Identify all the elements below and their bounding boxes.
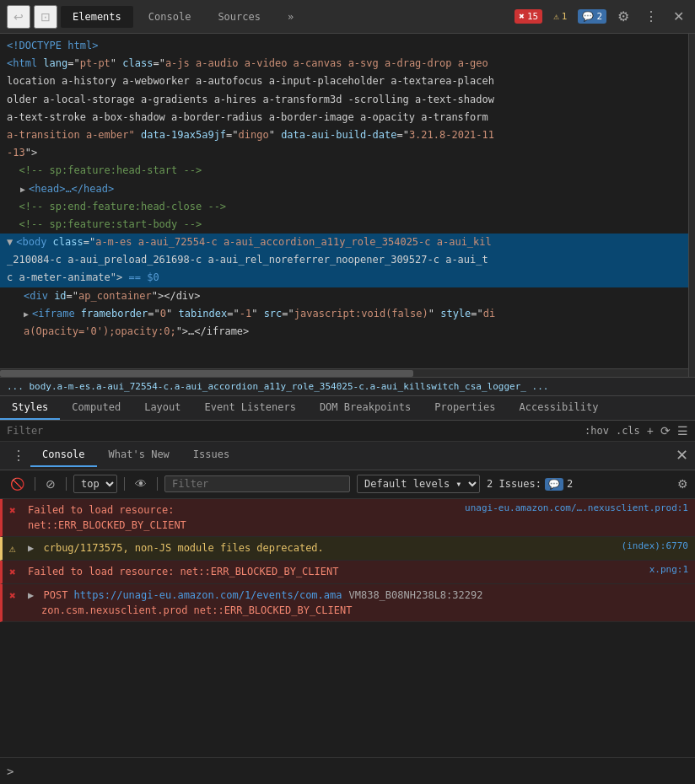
html-class-line3: a-text-stroke a-box-shadow a-border-radi… xyxy=(0,109,688,126)
body-class-line1: _210084-c a-aui_preload_261698-c a-aui_r… xyxy=(0,251,688,269)
expand-icon-2[interactable]: ▶ xyxy=(28,542,34,554)
warn-count: 1 xyxy=(562,11,568,22)
console-close-button[interactable]: ✕ xyxy=(676,446,688,464)
tab-dom-breakpoints[interactable]: DOM Breakpoints xyxy=(308,396,423,420)
head-triangle-icon[interactable]: ▶ xyxy=(20,185,25,194)
issues-label: 2 Issues: xyxy=(487,478,541,490)
close-button[interactable]: ✕ xyxy=(669,7,688,26)
tab-properties[interactable]: Properties xyxy=(423,396,507,420)
iframe-line1[interactable]: ▶<iframe frameborder="0" tabindex="-1" s… xyxy=(0,305,688,323)
breadcrumb: ... body.a-m-es.a-aui_72554-c.a-aui_acco… xyxy=(0,377,695,396)
log-level-select[interactable]: Default levels ▾ xyxy=(357,475,480,493)
tab-more[interactable]: » xyxy=(276,6,305,28)
console-message-3[interactable]: ✖ Failed to load resource: net::ERR_BLOC… xyxy=(0,561,695,584)
tab-whats-new[interactable]: What's New xyxy=(97,443,181,467)
back-button[interactable]: ↩ xyxy=(7,5,30,29)
error-badge[interactable]: ✖ 15 xyxy=(515,9,542,24)
body-tag-line[interactable]: ▼<body class="a-m-es a-aui_72554-c a-aui… xyxy=(0,234,688,251)
clear-console-button[interactable]: 🚫 xyxy=(7,475,28,492)
console-message-2[interactable]: ⚠ ▶ crbug/1173575, non-JS module files d… xyxy=(0,537,695,561)
tab-console[interactable]: Console xyxy=(137,6,203,28)
ap-container-line[interactable]: <div id="ap_container"></div> xyxy=(0,287,688,305)
sidebar-toggle-button[interactable]: ☰ xyxy=(677,424,688,438)
horizontal-scroll-thumb[interactable] xyxy=(0,370,413,377)
expand-icon-4[interactable]: ▶ xyxy=(28,589,34,601)
breadcrumb-text: ... body.a-m-es.a-aui_72554-c.a-aui_acco… xyxy=(7,381,548,392)
html-close-line: -13"> xyxy=(0,144,688,162)
tab-layout[interactable]: Layout xyxy=(132,396,192,420)
block-button[interactable]: ⊘ xyxy=(42,475,59,492)
console-message-1[interactable]: ✖ Failed to load resource: net::ERR_BLOC… xyxy=(0,499,695,537)
html-class-line4: a-transition a-ember" data-19ax5a9jf="di… xyxy=(0,126,688,144)
error-msg-icon-3: ✖ xyxy=(9,566,24,578)
refresh-styles-button[interactable]: ⟳ xyxy=(660,424,671,438)
console-filter-input[interactable] xyxy=(164,475,350,492)
issues-msg-icon: 💬 xyxy=(545,478,563,491)
warn-icon: ⚠ xyxy=(553,11,559,22)
devtools-header: ↩ ⊡ Elements Console Sources » ✖ 15 ⚠ 1 … xyxy=(0,0,695,34)
tab-console-main[interactable]: Console xyxy=(30,443,97,467)
eye-button[interactable]: 👁 xyxy=(132,475,150,492)
toolbar-divider-4 xyxy=(157,477,158,491)
warn-badge[interactable]: ⚠ 1 xyxy=(549,9,571,24)
console-toolbar: 🚫 ⊘ top 👁 Default levels ▾ 2 Issues: 💬 2… xyxy=(0,470,695,499)
filter-bar: :hov .cls + ⟳ ☰ xyxy=(0,421,695,442)
console-message-4[interactable]: ✖ ▶ POST https://unagi-eu.amazon.com/1/e… xyxy=(0,584,695,622)
tab-styles[interactable]: Styles xyxy=(0,396,60,420)
console-msg-text-3: Failed to load resource: net::ERR_BLOCKE… xyxy=(28,564,643,579)
console-msg-source-3[interactable]: x.png:1 xyxy=(649,564,688,575)
console-settings-button[interactable]: ⚙ xyxy=(677,477,688,491)
tab-elements[interactable]: Elements xyxy=(61,6,133,28)
issues-count: 2 xyxy=(567,478,573,490)
tab-computed[interactable]: Computed xyxy=(60,396,132,420)
tab-accessibility[interactable]: Accessibility xyxy=(508,396,611,420)
iframe-line2: a(Opacity='0');opacity:0;">…</iframe> xyxy=(0,323,688,341)
msg-icon: 💬 xyxy=(582,11,594,22)
hov-button[interactable]: :hov xyxy=(585,425,609,437)
body-class-line2: c a-meter-animate"> == $0 xyxy=(0,269,688,287)
tab-sources[interactable]: Sources xyxy=(206,6,272,28)
console-prompt-icon: > xyxy=(7,765,13,778)
error-icon: ✖ xyxy=(519,11,525,22)
error-msg-icon-4: ✖ xyxy=(9,589,24,602)
html-class-line1: location a-history a-webworker a-autofoc… xyxy=(0,72,688,90)
console-msg-text-1: Failed to load resource: net::ERR_BLOCKE… xyxy=(28,502,458,533)
issues-count-badge: 2 Issues: 💬 2 xyxy=(487,478,573,491)
msg-count: 2 xyxy=(596,11,602,22)
msg-badge[interactable]: 💬 2 xyxy=(578,9,606,24)
toolbar-divider-3 xyxy=(124,477,125,491)
head-close-comment: <!-- sp:end-feature:head-close --> xyxy=(0,198,688,216)
top-context-select[interactable]: top xyxy=(73,475,117,493)
head-start-comment: <!-- sp:feature:head-start --> xyxy=(0,162,688,180)
dotdotdot-icon: ▼ xyxy=(7,234,13,250)
console-menu-button[interactable]: ⋮ xyxy=(7,448,30,464)
warn-msg-icon-2: ⚠ xyxy=(9,542,24,555)
console-input-field[interactable] xyxy=(20,765,688,777)
elements-panel: <!DOCTYPE html> <html lang="pt-pt" class… xyxy=(0,34,688,368)
start-body-comment: <!-- sp:feature:start-body --> xyxy=(0,216,688,234)
undock-button[interactable]: ⊡ xyxy=(34,5,57,29)
tab-event-listeners[interactable]: Event Listeners xyxy=(193,396,308,420)
console-messages-list: ✖ Failed to load resource: net::ERR_BLOC… xyxy=(0,499,695,758)
doctype-line: <!DOCTYPE html> xyxy=(0,37,688,55)
console-msg-text-4: ▶ POST https://unagi-eu.amazon.com/1/eve… xyxy=(28,588,688,618)
console-input-bar: > xyxy=(0,757,695,784)
head-tag-collapsed[interactable]: ▶<head>…</head> xyxy=(0,180,688,198)
error-msg-icon-1: ✖ xyxy=(9,504,24,517)
add-style-rule-button[interactable]: + xyxy=(647,424,654,438)
iframe-triangle-icon[interactable]: ▶ xyxy=(24,309,29,319)
html-class-line2: older a-local-storage a-gradients a-hire… xyxy=(0,91,688,109)
settings-button[interactable]: ⚙ xyxy=(613,7,633,26)
styles-tabs-bar: Styles Computed Layout Event Listeners D… xyxy=(0,396,695,421)
styles-filter-input[interactable] xyxy=(7,425,578,437)
vertical-scrollbar[interactable] xyxy=(688,34,695,377)
toolbar-divider-1 xyxy=(35,477,35,491)
cls-button[interactable]: .cls xyxy=(616,425,640,437)
error-count: 15 xyxy=(527,11,538,22)
console-msg-source-1[interactable]: unagi-eu.amazon.com/….nexusclient.prod:1 xyxy=(465,502,688,513)
tab-issues[interactable]: Issues xyxy=(181,443,241,467)
console-msg-source-2[interactable]: (index):6770 xyxy=(622,540,688,551)
horizontal-scrollbar[interactable] xyxy=(0,368,688,377)
html-tag-line[interactable]: <html lang="pt-pt" class="a-js a-audio a… xyxy=(0,55,688,72)
more-button[interactable]: ⋮ xyxy=(640,7,662,26)
